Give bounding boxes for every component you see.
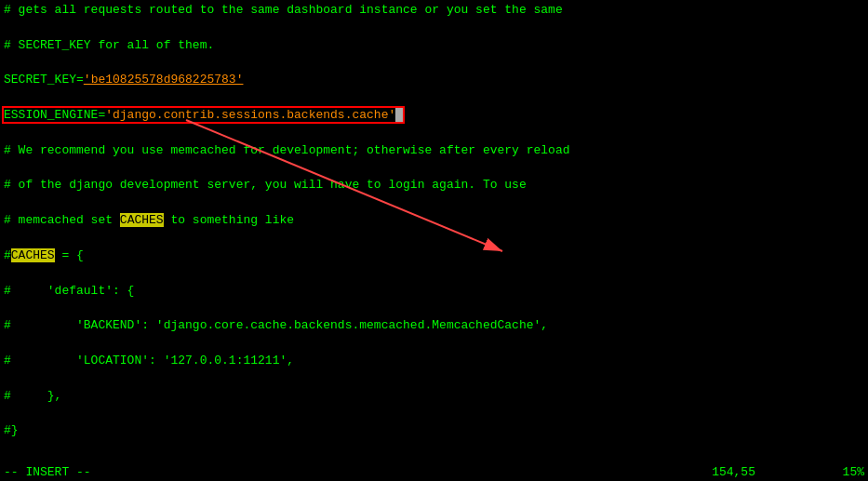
cursor-position: 154,55 15% [712, 465, 864, 479]
line: # SECRET_KEY for all of them. [4, 37, 864, 55]
line: # of the django development server, you … [4, 177, 864, 194]
line: ESSION_ENGINE='django.contrib.sessions.b… [4, 107, 864, 125]
line: # gets all requests routed to the same d… [4, 2, 864, 20]
line: SECRET_KEY='be10825578d968225783' [4, 72, 864, 89]
line: #} [4, 422, 864, 440]
line: # 'BACKEND': 'django.core.cache.backends… [4, 317, 864, 335]
line: # 'default': { [4, 283, 864, 301]
vim-mode: -- INSERT -- [4, 465, 91, 479]
code-editor: # gets all requests routed to the same d… [0, 0, 868, 462]
line: # 'LOCATION': '127.0.0.1:11211', [4, 353, 864, 370]
line: #CACHES = { [4, 247, 864, 265]
line: # memcached set CACHES to something like [4, 212, 864, 230]
line: # We recommend you use memcached for dev… [4, 142, 864, 160]
status-bar: -- INSERT -- 154,55 15% [0, 462, 868, 481]
line: # }, [4, 388, 864, 406]
